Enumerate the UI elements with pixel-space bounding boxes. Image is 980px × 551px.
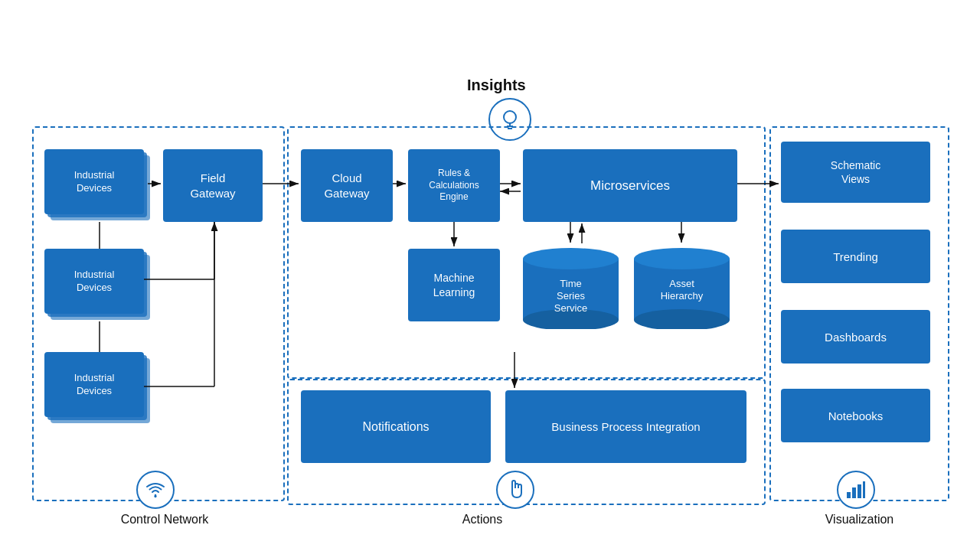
visualization-icon (837, 471, 875, 509)
dashboards-label: Dashboards (825, 331, 887, 344)
field-gateway-label: FieldGateway (190, 171, 235, 201)
actions-icon (496, 471, 534, 509)
svg-rect-18 (858, 484, 861, 498)
field-gateway-box: FieldGateway (163, 149, 263, 222)
visualization-label: Visualization (769, 513, 949, 527)
notifications-box: Notifications (301, 390, 491, 463)
industrial-devices-2-label: Industrial Devices (74, 269, 115, 295)
cloud-gateway-box: CloudGateway (301, 149, 393, 222)
svg-point-0 (504, 111, 516, 123)
microservices-label: Microservices (590, 178, 670, 194)
machine-learning-label: MachineLearning (433, 271, 475, 298)
industrial-devices-1: Industrial Devices (44, 149, 152, 222)
svg-text:Time: Time (560, 278, 581, 289)
svg-text:Service: Service (554, 302, 587, 314)
control-network-label: Control Network (46, 513, 283, 527)
asset-hierarchy-cylinder: Asset Hierarchy (634, 245, 730, 329)
svg-rect-19 (863, 481, 865, 498)
svg-text:Asset: Asset (669, 278, 694, 289)
industrial-devices-3: Industrial Devices (44, 352, 152, 425)
wifi-icon (136, 471, 175, 509)
actions-label: Actions (413, 513, 551, 527)
notebooks-label: Notebooks (828, 409, 884, 422)
cloud-gateway-label: CloudGateway (324, 171, 369, 201)
svg-text:Hierarchy: Hierarchy (661, 290, 704, 302)
business-process-box: Business Process Integration (505, 390, 746, 463)
svg-rect-16 (847, 492, 851, 498)
industrial-devices-1-label: Industrial Devices (74, 169, 115, 195)
time-series-cylinder: Time Series Service (523, 245, 619, 329)
trending-box: Trending (781, 230, 930, 283)
rules-engine-box: Rules &CalculationsEngine (408, 149, 500, 222)
industrial-devices-3-label: Industrial Devices (74, 372, 115, 398)
svg-rect-17 (852, 487, 856, 498)
svg-text:Series: Series (557, 290, 585, 302)
svg-point-15 (155, 495, 157, 497)
rules-engine-label: Rules &CalculationsEngine (429, 168, 479, 204)
insights-label: Insights (467, 77, 526, 94)
notifications-label: Notifications (362, 420, 429, 434)
business-process-label: Business Process Integration (551, 419, 700, 435)
diagram-container: Insights Industrial Devices Industrial D… (0, 0, 980, 551)
schematic-views-label: SchematicViews (831, 158, 880, 186)
dashboards-box: Dashboards (781, 310, 930, 364)
trending-label: Trending (833, 250, 878, 263)
notebooks-box: Notebooks (781, 389, 930, 442)
svg-point-5 (523, 248, 619, 269)
svg-point-11 (634, 248, 730, 269)
microservices-box: Microservices (523, 149, 737, 222)
schematic-views-box: SchematicViews (781, 142, 930, 203)
machine-learning-box: MachineLearning (408, 249, 500, 321)
industrial-devices-2: Industrial Devices (44, 249, 152, 321)
